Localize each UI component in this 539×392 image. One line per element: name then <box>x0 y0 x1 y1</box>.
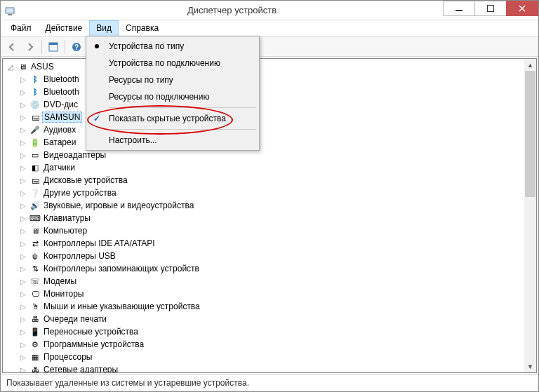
expand-icon[interactable]: ▷ <box>18 189 28 197</box>
tree-node-label: Мониторы <box>42 289 85 299</box>
collapse-icon[interactable]: ◿ <box>6 63 15 71</box>
tree-node[interactable]: ▷❔Другие устройства <box>15 187 524 199</box>
tree-node-label: Контроллеры IDE ATA/ATAPI <box>42 238 157 248</box>
view-menu-dropdown: Устройства по типуУстройства по подключе… <box>86 36 260 151</box>
portable-icon: 📱 <box>29 326 41 337</box>
close-button[interactable] <box>506 1 538 16</box>
menu-option[interactable]: Устройства по типу <box>88 38 258 55</box>
tree-node[interactable]: ▷🖵Мониторы <box>15 288 524 300</box>
menu-option[interactable]: Ресурсы по подключению <box>88 88 258 105</box>
show-tree-button[interactable] <box>45 39 62 55</box>
help-button[interactable]: ? <box>68 39 85 55</box>
expand-icon[interactable]: ▷ <box>18 151 28 159</box>
menu-option[interactable]: ✓Показать скрытые устройства <box>88 110 258 127</box>
tree-node[interactable]: ▷🖧Сетевые адаптеры <box>15 363 524 372</box>
device-tree[interactable]: ◿🖥ASUS▷ᛒBluetooth▷ᛒBluetooth▷💿DVD-дис▷🖴S… <box>3 59 524 372</box>
expand-icon[interactable]: ▷ <box>18 202 28 210</box>
tree-node[interactable]: ▷⇄Контроллеры IDE ATA/ATAPI <box>15 237 524 250</box>
tree-node[interactable]: ▷🖱Мыши и иные указывающие устройства <box>15 300 524 313</box>
expand-icon[interactable]: ▷ <box>18 139 28 147</box>
sound-icon: 🔊 <box>29 200 41 211</box>
controller-icon: ⇄ <box>29 238 41 249</box>
tree-node[interactable]: ▷🔊Звуковые, игровые и видеоустройства <box>15 199 524 212</box>
tree-node-label: Очереди печати <box>42 314 108 324</box>
tree-node-label: Процессоры <box>42 352 94 362</box>
tree-node-label: SAMSUN <box>42 111 82 123</box>
expand-icon[interactable]: ▷ <box>18 126 28 134</box>
svg-rect-2 <box>455 10 463 11</box>
tree-node[interactable]: ▷⌨Клавиатуры <box>15 212 524 224</box>
toolbar: ? <box>1 37 538 57</box>
expand-icon[interactable]: ▷ <box>18 76 28 83</box>
menu-item[interactable]: Файл <box>4 20 39 36</box>
tree-node[interactable]: ▷🖥Компьютер <box>15 224 524 237</box>
expand-icon[interactable]: ▷ <box>18 164 28 172</box>
expand-icon[interactable]: ▷ <box>18 177 28 184</box>
menu-option[interactable]: Настроить... <box>88 132 258 149</box>
disk-icon: 🖴 <box>29 111 41 123</box>
tree-node-label: Мыши и иные указывающие устройства <box>42 302 201 311</box>
expand-icon[interactable]: ▷ <box>18 278 28 285</box>
expand-icon[interactable]: ▷ <box>18 252 28 260</box>
expand-icon[interactable]: ▷ <box>18 240 28 248</box>
tree-node-label: Клавиатуры <box>42 213 92 223</box>
menu-option-label: Показать скрытые устройства <box>106 114 258 123</box>
tree-node[interactable]: ▷⇅Контроллеры запоминающих устройств <box>15 262 524 275</box>
tree-node[interactable]: ▷▦Процессоры <box>15 351 524 363</box>
computer-icon: 🖥 <box>17 61 28 72</box>
expand-icon[interactable]: ▷ <box>18 227 28 235</box>
software-icon: ⚙ <box>29 339 41 350</box>
expand-icon[interactable]: ▷ <box>18 114 28 121</box>
expand-icon[interactable]: ▷ <box>18 88 28 96</box>
expand-icon[interactable]: ▷ <box>18 215 28 222</box>
scroll-thumb[interactable] <box>525 71 535 197</box>
tree-node-label: Сетевые адаптеры <box>42 365 119 372</box>
menu-option-label: Ресурсы по подключению <box>106 92 258 102</box>
tree-node[interactable]: ▷☏Модемы <box>15 275 524 288</box>
maximize-button[interactable] <box>474 1 507 16</box>
expand-icon[interactable]: ▷ <box>18 328 28 336</box>
usb-icon: ψ <box>29 250 41 262</box>
display-icon: ▭ <box>29 149 41 161</box>
forward-button[interactable] <box>22 39 39 55</box>
tree-node-label: Bluetooth <box>42 74 81 84</box>
tree-node[interactable]: ▷📱Переносные устройства <box>15 325 524 338</box>
svg-rect-5 <box>49 43 58 45</box>
network-icon: 🖧 <box>29 364 41 372</box>
scroll-down-button[interactable]: ▼ <box>524 360 536 372</box>
monitor-icon: 🖵 <box>29 288 41 299</box>
expand-icon[interactable]: ▷ <box>18 366 28 373</box>
other-icon: ❔ <box>29 187 41 198</box>
tree-node[interactable]: ▷🖶Очереди печати <box>15 313 524 325</box>
tree-node[interactable]: ▷🖴Дисковые устройства <box>15 174 524 187</box>
expand-icon[interactable]: ▷ <box>18 353 28 361</box>
scroll-up-button[interactable]: ▲ <box>524 59 536 71</box>
back-button[interactable] <box>4 39 20 55</box>
menu-item[interactable]: Вид <box>89 20 119 36</box>
tree-node[interactable]: ▷⚙Программные устройства <box>15 338 524 351</box>
tree-node-label: Контроллеры USB <box>42 251 117 261</box>
svg-text:?: ? <box>74 43 79 51</box>
tree-node[interactable]: ▷ψКонтроллеры USB <box>15 250 524 262</box>
tree-root[interactable]: ◿🖥ASUS <box>3 60 524 73</box>
tree-node-label: Звуковые, игровые и видеоустройства <box>42 201 195 210</box>
menu-item[interactable]: Справка <box>119 20 166 36</box>
expand-icon[interactable]: ▷ <box>18 265 28 273</box>
expand-icon[interactable]: ▷ <box>18 341 28 349</box>
tree-node[interactable]: ▷◧Датчики <box>15 161 524 174</box>
menu-option[interactable]: Ресурсы по типу <box>88 72 258 88</box>
expand-icon[interactable]: ▷ <box>18 303 28 311</box>
vertical-scrollbar[interactable]: ▲ ▼ <box>524 59 536 372</box>
expand-icon[interactable]: ▷ <box>18 101 28 109</box>
toolbar-separator <box>41 40 42 54</box>
menu-item[interactable]: Действие <box>39 20 90 36</box>
disc-icon: 💿 <box>29 99 41 110</box>
minimize-button[interactable] <box>443 1 475 16</box>
tree-node-label: Переносные устройства <box>42 327 140 337</box>
expand-icon[interactable]: ▷ <box>18 316 28 323</box>
mouse-icon: 🖱 <box>29 301 41 312</box>
tree-node-label: Контроллеры запоминающих устройств <box>42 264 201 273</box>
expand-icon[interactable]: ▷ <box>18 290 28 298</box>
tree-node-label: Датчики <box>42 163 76 173</box>
menu-option[interactable]: Устройства по подключению <box>88 55 258 72</box>
